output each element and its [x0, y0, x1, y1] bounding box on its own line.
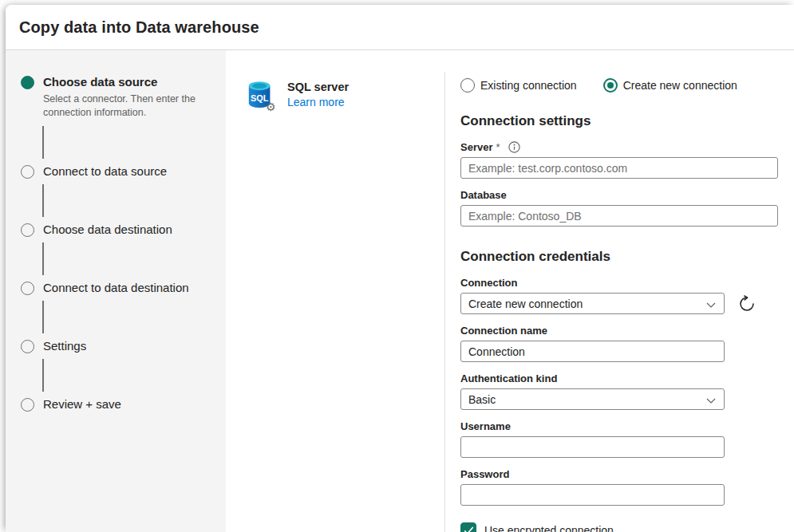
authentication-kind-dropdown[interactable]: Basic: [460, 388, 725, 410]
radio-label: Create new connection: [623, 79, 737, 92]
chevron-down-icon: [706, 393, 716, 406]
step-label: Connect to data destination: [43, 281, 189, 294]
step-indicator-icon: [21, 223, 34, 237]
page-title: Copy data into Data warehouse: [19, 18, 259, 37]
step-label: Choose data source: [43, 75, 209, 89]
authentication-kind-label: Authentication kind: [460, 372, 557, 384]
step-connector-line: [42, 242, 44, 275]
server-input[interactable]: [460, 157, 778, 179]
step-indicator-icon: [21, 398, 34, 412]
step-indicator-icon: [21, 282, 34, 295]
connection-label: Connection: [460, 277, 518, 289]
svg-text:⚙: ⚙: [266, 100, 276, 112]
connection-field: Connection Create new connection: [460, 277, 778, 314]
connection-name-label: Connection name: [460, 325, 547, 337]
required-mark: *: [496, 141, 500, 153]
radio-button-icon: [603, 78, 618, 93]
password-label: Password: [460, 468, 509, 480]
step-description: Select a connector. Then enter the conne…: [43, 93, 209, 120]
radio-create-new-connection[interactable]: Create new connection: [603, 78, 737, 93]
connection-name-input[interactable]: [460, 341, 725, 362]
checkbox-label: Use encrypted connection: [484, 524, 614, 532]
connection-mode-radio-group: Existing connection Create new connectio…: [460, 78, 778, 93]
connection-name-field: Connection name: [460, 325, 778, 362]
step-choose-data-destination[interactable]: Choose data destination: [21, 223, 215, 237]
connector-name: SQL server: [287, 81, 349, 93]
username-field: Username: [460, 420, 778, 458]
step-choose-data-source[interactable]: Choose data source Select a connector. T…: [21, 75, 215, 120]
radio-button-icon: [460, 78, 475, 93]
connection-dropdown[interactable]: Create new connection: [460, 293, 725, 314]
database-input[interactable]: [460, 205, 778, 227]
wizard-steps-sidebar: Choose data source Select a connector. T…: [6, 50, 226, 532]
chevron-down-icon: [706, 298, 716, 310]
step-indicator-icon: [21, 340, 34, 353]
step-connector-line: [42, 359, 44, 392]
connector-panel: SQL ⚙ SQL server Learn more: [226, 50, 444, 532]
password-field: Password: [460, 468, 778, 506]
step-connect-to-data-destination[interactable]: Connect to data destination: [21, 281, 215, 295]
database-label: Database: [460, 189, 507, 201]
step-label: Connect to data source: [43, 164, 167, 178]
connection-dropdown-value: Create new connection: [468, 298, 583, 310]
step-connector-line: [42, 301, 44, 333]
username-input[interactable]: [460, 436, 725, 458]
step-label: Choose data destination: [43, 223, 172, 236]
step-label: Settings: [43, 339, 86, 353]
sql-database-icon: SQL ⚙: [246, 80, 276, 116]
info-icon[interactable]: [508, 141, 520, 153]
connector-card: SQL ⚙ SQL server Learn more: [246, 80, 444, 116]
authentication-kind-value: Basic: [468, 393, 496, 406]
dialog-header: Copy data into Data warehouse: [6, 5, 794, 50]
connection-credentials-heading: Connection credentials: [460, 249, 778, 265]
connection-settings-heading: Connection settings: [460, 113, 778, 129]
step-review-save[interactable]: Review + save: [21, 397, 215, 412]
password-input[interactable]: [460, 484, 725, 506]
server-label: Server: [460, 141, 492, 153]
database-field: Database: [460, 189, 778, 227]
step-connector-line: [42, 184, 44, 217]
step-settings[interactable]: Settings: [21, 339, 215, 353]
dialog-body: Choose data source Select a connector. T…: [6, 50, 794, 532]
checkmark-icon: [460, 522, 476, 532]
copy-data-wizard-dialog: Copy data into Data warehouse Choose dat…: [6, 5, 794, 532]
authentication-kind-field: Authentication kind Basic: [460, 372, 778, 410]
step-connect-to-data-source[interactable]: Connect to data source: [21, 164, 215, 179]
learn-more-link[interactable]: Learn more: [287, 96, 345, 108]
radio-label: Existing connection: [480, 79, 577, 92]
step-label: Review + save: [43, 397, 121, 411]
username-label: Username: [460, 420, 511, 432]
step-connector-line: [42, 126, 44, 159]
server-field: Server *: [460, 141, 778, 179]
connection-form: Existing connection Create new connectio…: [445, 50, 794, 532]
use-encrypted-connection-checkbox[interactable]: Use encrypted connection: [460, 522, 778, 532]
radio-existing-connection[interactable]: Existing connection: [460, 78, 577, 93]
step-indicator-icon: [21, 165, 34, 179]
refresh-icon[interactable]: [738, 295, 756, 313]
step-indicator-icon: [21, 76, 34, 89]
